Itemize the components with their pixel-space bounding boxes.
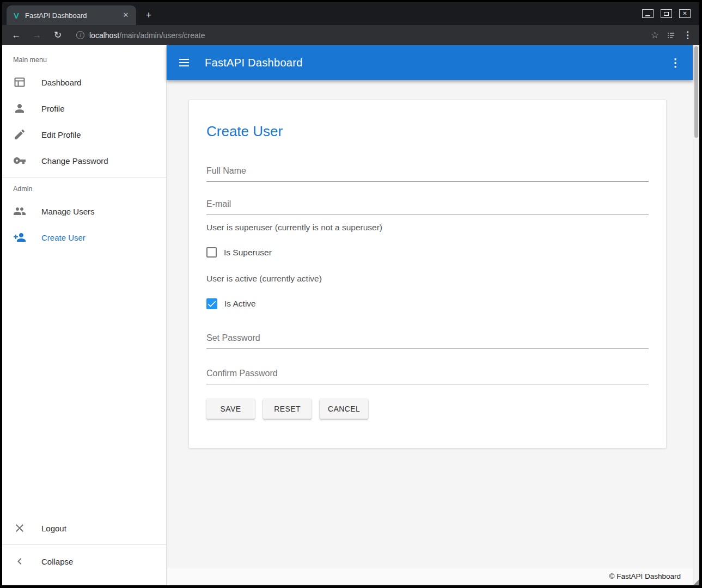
- maximize-button[interactable]: [661, 9, 672, 18]
- sidebar-item-label: Manage Users: [41, 207, 95, 216]
- is-superuser-checkbox-row[interactable]: Is Superuser: [206, 247, 649, 258]
- checkbox-label: Is Active: [224, 299, 256, 309]
- browser-toolbar: ← → ↻ i localhost/main/admin/users/creat…: [2, 25, 699, 45]
- pencil-icon: [13, 128, 26, 141]
- sidebar-divider: [2, 177, 166, 177]
- key-icon: [13, 154, 26, 167]
- confirm-password-input[interactable]: [206, 365, 649, 384]
- sidebar-item-label: Logout: [41, 524, 66, 533]
- url-host: localhost: [89, 31, 119, 40]
- dashboard-icon: [13, 76, 26, 89]
- page-footer: © FastAPI Dashboard: [167, 567, 693, 585]
- chevron-left-icon: [13, 555, 26, 568]
- toolbar-right: ☆ ⋮: [651, 29, 693, 41]
- checkbox-checked-icon[interactable]: [206, 298, 217, 309]
- checkbox-unchecked-icon[interactable]: [206, 247, 217, 258]
- people-icon: [13, 205, 26, 218]
- confirm-password-field-wrap: [206, 365, 649, 384]
- email-field-wrap: [206, 196, 649, 215]
- site-info-icon[interactable]: i: [76, 31, 84, 39]
- scrollbar-thumb[interactable]: [694, 46, 698, 138]
- appbar-menu-icon[interactable]: ⋮: [669, 56, 682, 69]
- person-icon: [13, 102, 26, 115]
- checkbox-label: Is Superuser: [224, 248, 272, 258]
- email-input[interactable]: [206, 196, 649, 215]
- vuetify-favicon-icon: V: [12, 11, 21, 20]
- sidebar-item-label: Edit Profile: [41, 130, 81, 139]
- cancel-button[interactable]: CANCEL: [320, 399, 368, 419]
- sidebar-divider: [2, 544, 166, 545]
- forward-icon[interactable]: →: [29, 28, 45, 43]
- url-text: localhost/main/admin/users/create: [89, 31, 205, 40]
- resize-grip-icon[interactable]: [694, 579, 699, 585]
- superuser-hint: User is superuser (currently is not a su…: [206, 223, 649, 232]
- create-user-card: Create User User is superuser (currently…: [188, 100, 667, 449]
- vertical-scrollbar[interactable]: [693, 45, 699, 585]
- sidebar-item-label: Profile: [41, 104, 65, 113]
- page-title: Create User: [206, 123, 649, 140]
- browser-tab[interactable]: V FastAPI Dashboard ✕: [7, 5, 136, 25]
- sidebar-item-label: Collapse: [41, 557, 73, 566]
- browser-window: V FastAPI Dashboard ✕ + ✕ ← → ↻ i localh…: [0, 0, 702, 588]
- page-content: Main menu Dashboard Profile: [2, 45, 699, 585]
- full-name-input[interactable]: [206, 163, 649, 182]
- extensions-icon[interactable]: [667, 31, 675, 40]
- address-bar[interactable]: i localhost/main/admin/users/create: [71, 27, 645, 44]
- main-area: FastAPI Dashboard ⋮ Create User User is …: [167, 45, 693, 585]
- active-hint: User is active (currently active): [206, 274, 649, 284]
- set-password-input[interactable]: [206, 330, 649, 349]
- sidebar-item-dashboard[interactable]: Dashboard: [2, 69, 166, 95]
- app-title: FastAPI Dashboard: [205, 57, 303, 69]
- url-path: /main/admin/users/create: [119, 31, 205, 40]
- sidebar-item-create-user[interactable]: Create User: [2, 224, 166, 250]
- sidebar-item-label: Dashboard: [41, 78, 81, 87]
- is-active-checkbox-row[interactable]: Is Active: [206, 298, 649, 309]
- sidebar-item-collapse[interactable]: Collapse: [2, 548, 166, 574]
- set-password-field-wrap: [206, 330, 649, 349]
- copyright-text: © FastAPI Dashboard: [609, 572, 681, 580]
- reset-button[interactable]: RESET: [263, 399, 312, 419]
- minimize-button[interactable]: [642, 9, 654, 18]
- sidebar-item-label: Create User: [41, 233, 86, 242]
- browser-menu-icon[interactable]: ⋮: [683, 29, 691, 41]
- reload-icon[interactable]: ↻: [50, 28, 65, 43]
- new-tab-button[interactable]: +: [141, 7, 157, 23]
- bookmark-star-icon[interactable]: ☆: [651, 29, 659, 41]
- back-icon[interactable]: ←: [9, 28, 24, 43]
- person-add-icon: [13, 231, 26, 244]
- sidebar-item-manage-users[interactable]: Manage Users: [2, 198, 166, 224]
- tab-title: FastAPI Dashboard: [25, 11, 117, 20]
- app-bar: FastAPI Dashboard ⋮: [167, 45, 693, 80]
- sidebar-item-profile[interactable]: Profile: [2, 95, 166, 121]
- close-button[interactable]: ✕: [679, 9, 691, 18]
- tab-close-icon[interactable]: ✕: [121, 10, 131, 20]
- sidebar-item-change-password[interactable]: Change Password: [2, 148, 166, 174]
- hamburger-menu-icon[interactable]: [178, 56, 191, 69]
- sidebar: Main menu Dashboard Profile: [2, 45, 167, 585]
- full-name-field-wrap: [206, 163, 649, 182]
- window-controls: ✕: [642, 9, 695, 18]
- save-button[interactable]: SAVE: [206, 399, 255, 419]
- page-body: Create User User is superuser (currently…: [167, 80, 693, 567]
- sidebar-caption-admin: Admin: [2, 181, 166, 198]
- form-buttons: SAVE RESET CANCEL: [206, 399, 649, 419]
- close-x-icon: [13, 522, 26, 535]
- sidebar-caption-main: Main menu: [2, 45, 166, 69]
- tab-strip: V FastAPI Dashboard ✕ + ✕: [2, 2, 699, 25]
- sidebar-item-label: Change Password: [41, 156, 108, 166]
- sidebar-item-logout[interactable]: Logout: [2, 515, 166, 541]
- sidebar-item-edit-profile[interactable]: Edit Profile: [2, 121, 166, 148]
